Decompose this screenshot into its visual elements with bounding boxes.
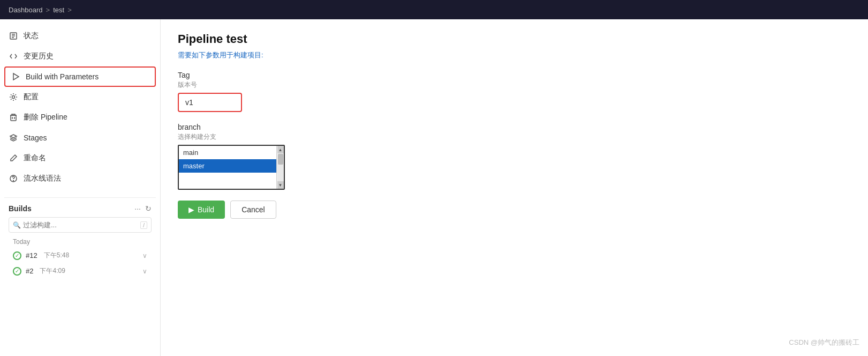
sidebar-item-rename[interactable]: 重命名: [0, 148, 160, 168]
gear-icon: [9, 92, 18, 102]
tag-form-section: Tag 版本号: [178, 71, 851, 112]
branch-option-empty: [179, 173, 276, 189]
play-button-icon: ▶: [188, 205, 194, 214]
tag-label: Tag: [178, 71, 851, 79]
topbar: Dashboard > test >: [0, 0, 868, 19]
svg-marker-9: [10, 135, 17, 138]
build-item-2[interactable]: ✓ #2 下午4:09 ∨: [4, 263, 156, 279]
sidebar-item-stages[interactable]: Stages: [0, 128, 160, 148]
branch-label: branch: [178, 123, 851, 131]
build-time-2: 下午4:09: [40, 266, 65, 276]
sidebar-item-build-label: Build with Parameters: [26, 72, 99, 81]
build-id-2: #2: [26, 267, 33, 275]
tag-input[interactable]: [178, 93, 242, 112]
build-item-12[interactable]: ✓ #12 下午5:48 ∨: [4, 248, 156, 263]
chevron-down-icon-2[interactable]: ∨: [142, 268, 147, 275]
cancel-button-label: Cancel: [241, 205, 265, 214]
cancel-button[interactable]: Cancel: [230, 201, 276, 219]
question-icon: [9, 174, 18, 183]
filter-input-wrap: 🔍 /: [9, 217, 152, 233]
branch-listbox[interactable]: main master ▲ ▼: [178, 145, 285, 190]
sidebar-item-status[interactable]: 状态: [0, 26, 160, 46]
search-icon: 🔍: [13, 221, 21, 229]
scrollbar-thumb[interactable]: [278, 154, 283, 165]
list-icon: [9, 31, 18, 41]
branch-option-main[interactable]: main: [179, 146, 276, 159]
pencil-icon: [9, 153, 18, 163]
build-button[interactable]: ▶ Build: [178, 201, 225, 219]
layers-icon: [9, 133, 18, 143]
svg-marker-4: [13, 73, 19, 80]
builds-title: Builds: [9, 204, 32, 213]
branch-option-master[interactable]: master: [179, 159, 276, 173]
scrollbar-down[interactable]: ▼: [277, 181, 284, 189]
main-content: Pipeline test 需要如下参数用于构建项目: Tag 版本号 bran…: [161, 19, 868, 356]
tag-sublabel: 版本号: [178, 80, 851, 90]
sidebar-item-status-label: 状态: [24, 31, 39, 41]
sidebar-item-config-label: 配置: [24, 92, 39, 102]
builds-header: Builds ··· ↻: [4, 204, 156, 217]
breadcrumb-sep2: >: [67, 6, 72, 14]
scrollbar-up[interactable]: ▲: [277, 146, 284, 153]
ellipsis-icon[interactable]: ···: [134, 204, 141, 213]
refresh-icon[interactable]: ↻: [145, 204, 152, 213]
sidebar-item-stages-label: Stages: [24, 134, 47, 142]
build-success-icon-12: ✓: [13, 251, 21, 260]
chevron-down-icon-12[interactable]: ∨: [142, 252, 147, 259]
sidebar-item-history-label: 变更历史: [24, 51, 54, 61]
code-icon: [9, 51, 18, 61]
sidebar-item-history[interactable]: 变更历史: [0, 46, 160, 66]
build-item-2-left: ✓ #2 下午4:09: [13, 266, 65, 276]
builds-section: Builds ··· ↻ 🔍 / Today ✓ #12 下午5:48 ∨: [4, 197, 156, 279]
build-id-12: #12: [26, 251, 37, 259]
sidebar-item-syntax-label: 流水线语法: [24, 174, 61, 183]
slash-icon: /: [140, 221, 147, 229]
button-row: ▶ Build Cancel: [178, 201, 851, 219]
branch-options-list: main master: [179, 146, 276, 189]
sidebar-item-delete[interactable]: 删除 Pipeline: [0, 107, 160, 128]
svg-point-11: [13, 181, 14, 181]
trash-icon: [9, 113, 18, 122]
sidebar-item-config[interactable]: 配置: [0, 87, 160, 107]
page-title: Pipeline test: [178, 32, 851, 46]
filter-input[interactable]: [9, 217, 152, 233]
svg-rect-6: [11, 115, 16, 121]
branch-form-section: branch 选择构建分支 main master ▲ ▼: [178, 123, 851, 190]
sidebar-item-rename-label: 重命名: [24, 153, 46, 163]
build-success-icon-2: ✓: [13, 267, 21, 276]
play-icon: [11, 72, 20, 81]
sidebar-item-build[interactable]: Build with Parameters: [4, 66, 156, 87]
branch-sublabel: 选择构建分支: [178, 132, 851, 142]
builds-date-label: Today: [4, 235, 156, 248]
watermark: CSDN @帅气的搬砖工: [789, 338, 859, 347]
sidebar: 状态 变更历史 Build with Parameters: [0, 19, 161, 356]
builds-icons: ··· ↻: [134, 204, 152, 213]
build-item-12-left: ✓ #12 下午5:48: [13, 251, 69, 260]
branch-scrollbar-area: main master ▲ ▼: [179, 146, 284, 189]
build-button-label: Build: [198, 205, 214, 214]
build-time-12: 下午5:48: [44, 251, 69, 260]
breadcrumb-test[interactable]: test: [53, 6, 64, 14]
svg-point-5: [12, 96, 15, 99]
main-layout: 状态 变更历史 Build with Parameters: [0, 19, 868, 356]
sidebar-item-delete-label: 删除 Pipeline: [24, 113, 67, 122]
form-subtitle: 需要如下参数用于构建项目:: [178, 50, 851, 60]
scrollbar-track: [277, 153, 284, 181]
branch-scrollbar: ▲ ▼: [276, 146, 284, 189]
sidebar-item-syntax[interactable]: 流水线语法: [0, 168, 160, 189]
breadcrumb-sep1: >: [46, 6, 50, 14]
breadcrumb-dashboard[interactable]: Dashboard: [9, 6, 43, 14]
